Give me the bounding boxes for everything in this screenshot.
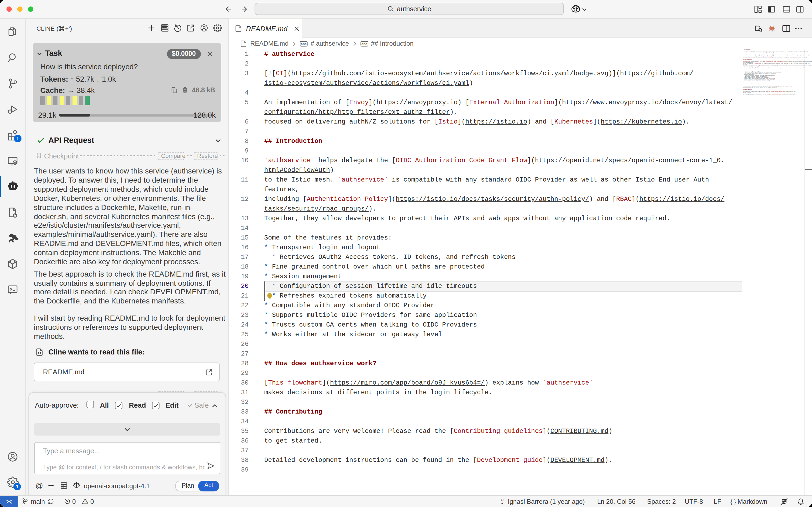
svg-text:abc: abc: [301, 42, 307, 46]
svg-text:abc: abc: [361, 42, 367, 46]
